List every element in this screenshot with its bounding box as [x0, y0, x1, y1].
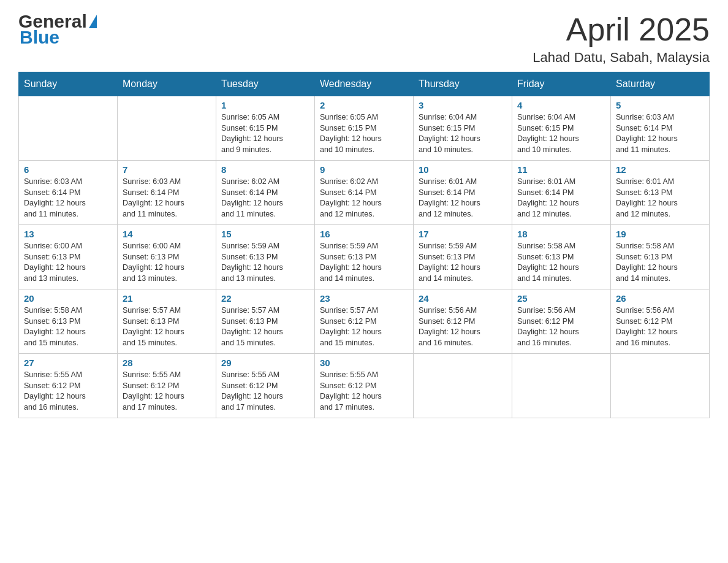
calendar-cell: 10Sunrise: 6:01 AM Sunset: 6:14 PM Dayli… [414, 161, 512, 225]
calendar-cell: 8Sunrise: 6:02 AM Sunset: 6:14 PM Daylig… [216, 161, 315, 225]
day-info: Sunrise: 6:02 AM Sunset: 6:14 PM Dayligh… [320, 177, 408, 220]
logo: General Blue [18, 12, 97, 48]
weekday-header-wednesday: Wednesday [315, 72, 414, 96]
day-info: Sunrise: 6:00 AM Sunset: 6:13 PM Dayligh… [24, 241, 112, 284]
day-number: 29 [221, 358, 309, 368]
weekday-header-thursday: Thursday [414, 72, 512, 96]
day-info: Sunrise: 6:01 AM Sunset: 6:14 PM Dayligh… [419, 177, 507, 220]
calendar-cell: 26Sunrise: 5:56 AM Sunset: 6:12 PM Dayli… [611, 289, 710, 354]
calendar-cell: 14Sunrise: 6:00 AM Sunset: 6:13 PM Dayli… [118, 225, 216, 289]
weekday-header-friday: Friday [512, 72, 611, 96]
day-info: Sunrise: 5:56 AM Sunset: 6:12 PM Dayligh… [517, 305, 605, 348]
calendar-cell: 30Sunrise: 5:55 AM Sunset: 6:12 PM Dayli… [315, 354, 414, 418]
weekday-header-saturday: Saturday [611, 72, 710, 96]
calendar-cell: 3Sunrise: 6:04 AM Sunset: 6:15 PM Daylig… [414, 96, 512, 161]
day-number: 6 [24, 164, 112, 175]
calendar-cell: 19Sunrise: 5:58 AM Sunset: 6:13 PM Dayli… [611, 225, 710, 289]
weekday-header-tuesday: Tuesday [216, 72, 315, 96]
logo-blue-text: Blue [20, 27, 97, 48]
day-number: 10 [419, 164, 507, 175]
calendar-cell: 21Sunrise: 5:57 AM Sunset: 6:13 PM Dayli… [118, 289, 216, 354]
calendar-cell: 17Sunrise: 5:59 AM Sunset: 6:13 PM Dayli… [414, 225, 512, 289]
day-number: 14 [123, 229, 211, 239]
day-info: Sunrise: 5:59 AM Sunset: 6:13 PM Dayligh… [221, 241, 309, 284]
day-info: Sunrise: 5:59 AM Sunset: 6:13 PM Dayligh… [320, 241, 408, 284]
day-number: 13 [24, 229, 112, 239]
day-number: 26 [616, 293, 704, 304]
day-number: 2 [320, 100, 408, 110]
day-info: Sunrise: 6:01 AM Sunset: 6:13 PM Dayligh… [616, 177, 704, 220]
day-number: 28 [123, 358, 211, 368]
calendar-cell [19, 96, 118, 161]
day-info: Sunrise: 5:56 AM Sunset: 6:12 PM Dayligh… [419, 305, 507, 348]
day-info: Sunrise: 5:56 AM Sunset: 6:12 PM Dayligh… [616, 305, 704, 348]
calendar-cell [118, 96, 216, 161]
calendar-cell: 24Sunrise: 5:56 AM Sunset: 6:12 PM Dayli… [414, 289, 512, 354]
day-number: 23 [320, 293, 408, 304]
day-number: 11 [517, 164, 605, 175]
calendar-cell [512, 354, 611, 418]
day-info: Sunrise: 6:02 AM Sunset: 6:14 PM Dayligh… [221, 177, 309, 220]
day-info: Sunrise: 6:04 AM Sunset: 6:15 PM Dayligh… [517, 112, 605, 155]
calendar-cell: 6Sunrise: 6:03 AM Sunset: 6:14 PM Daylig… [19, 161, 118, 225]
day-info: Sunrise: 5:55 AM Sunset: 6:12 PM Dayligh… [221, 370, 309, 413]
day-number: 3 [419, 100, 507, 110]
day-number: 19 [616, 229, 704, 239]
calendar-cell: 23Sunrise: 5:57 AM Sunset: 6:12 PM Dayli… [315, 289, 414, 354]
day-number: 25 [517, 293, 605, 304]
weekday-header-monday: Monday [118, 72, 216, 96]
day-number: 4 [517, 100, 605, 110]
day-number: 8 [221, 164, 309, 175]
title-block: April 2025 Lahad Datu, Sabah, Malaysia [533, 12, 710, 66]
day-info: Sunrise: 6:04 AM Sunset: 6:15 PM Dayligh… [419, 112, 507, 155]
calendar-cell: 16Sunrise: 5:59 AM Sunset: 6:13 PM Dayli… [315, 225, 414, 289]
week-row-4: 20Sunrise: 5:58 AM Sunset: 6:13 PM Dayli… [19, 289, 710, 354]
day-number: 22 [221, 293, 309, 304]
day-info: Sunrise: 6:01 AM Sunset: 6:14 PM Dayligh… [517, 177, 605, 220]
day-number: 5 [616, 100, 704, 110]
day-info: Sunrise: 6:03 AM Sunset: 6:14 PM Dayligh… [616, 112, 704, 155]
calendar-cell: 2Sunrise: 6:05 AM Sunset: 6:15 PM Daylig… [315, 96, 414, 161]
calendar-cell: 25Sunrise: 5:56 AM Sunset: 6:12 PM Dayli… [512, 289, 611, 354]
day-number: 21 [123, 293, 211, 304]
calendar-cell [611, 354, 710, 418]
day-info: Sunrise: 5:59 AM Sunset: 6:13 PM Dayligh… [419, 241, 507, 284]
day-info: Sunrise: 5:58 AM Sunset: 6:13 PM Dayligh… [517, 241, 605, 284]
day-info: Sunrise: 5:57 AM Sunset: 6:12 PM Dayligh… [320, 305, 408, 348]
day-number: 24 [419, 293, 507, 304]
calendar-cell: 22Sunrise: 5:57 AM Sunset: 6:13 PM Dayli… [216, 289, 315, 354]
calendar-cell: 11Sunrise: 6:01 AM Sunset: 6:14 PM Dayli… [512, 161, 611, 225]
weekday-header-row: SundayMondayTuesdayWednesdayThursdayFrid… [19, 72, 710, 96]
day-number: 16 [320, 229, 408, 239]
day-number: 18 [517, 229, 605, 239]
day-info: Sunrise: 5:55 AM Sunset: 6:12 PM Dayligh… [320, 370, 408, 413]
calendar-cell: 27Sunrise: 5:55 AM Sunset: 6:12 PM Dayli… [19, 354, 118, 418]
day-number: 30 [320, 358, 408, 368]
calendar-cell: 12Sunrise: 6:01 AM Sunset: 6:13 PM Dayli… [611, 161, 710, 225]
day-number: 12 [616, 164, 704, 175]
day-info: Sunrise: 5:58 AM Sunset: 6:13 PM Dayligh… [24, 305, 112, 348]
calendar-cell: 15Sunrise: 5:59 AM Sunset: 6:13 PM Dayli… [216, 225, 315, 289]
week-row-1: 1Sunrise: 6:05 AM Sunset: 6:15 PM Daylig… [19, 96, 710, 161]
week-row-2: 6Sunrise: 6:03 AM Sunset: 6:14 PM Daylig… [19, 161, 710, 225]
calendar-cell: 13Sunrise: 6:00 AM Sunset: 6:13 PM Dayli… [19, 225, 118, 289]
calendar-cell: 5Sunrise: 6:03 AM Sunset: 6:14 PM Daylig… [611, 96, 710, 161]
day-info: Sunrise: 5:58 AM Sunset: 6:13 PM Dayligh… [616, 241, 704, 284]
day-number: 20 [24, 293, 112, 304]
calendar-table: SundayMondayTuesdayWednesdayThursdayFrid… [18, 72, 710, 418]
calendar-cell: 1Sunrise: 6:05 AM Sunset: 6:15 PM Daylig… [216, 96, 315, 161]
calendar-cell: 9Sunrise: 6:02 AM Sunset: 6:14 PM Daylig… [315, 161, 414, 225]
weekday-header-sunday: Sunday [19, 72, 118, 96]
day-number: 27 [24, 358, 112, 368]
day-info: Sunrise: 6:03 AM Sunset: 6:14 PM Dayligh… [123, 177, 211, 220]
calendar-cell: 28Sunrise: 5:55 AM Sunset: 6:12 PM Dayli… [118, 354, 216, 418]
day-info: Sunrise: 6:03 AM Sunset: 6:14 PM Dayligh… [24, 177, 112, 220]
day-number: 9 [320, 164, 408, 175]
day-info: Sunrise: 5:55 AM Sunset: 6:12 PM Dayligh… [123, 370, 211, 413]
day-number: 7 [123, 164, 211, 175]
day-info: Sunrise: 5:57 AM Sunset: 6:13 PM Dayligh… [123, 305, 211, 348]
day-info: Sunrise: 6:00 AM Sunset: 6:13 PM Dayligh… [123, 241, 211, 284]
calendar-cell: 20Sunrise: 5:58 AM Sunset: 6:13 PM Dayli… [19, 289, 118, 354]
calendar-cell: 18Sunrise: 5:58 AM Sunset: 6:13 PM Dayli… [512, 225, 611, 289]
day-number: 15 [221, 229, 309, 239]
